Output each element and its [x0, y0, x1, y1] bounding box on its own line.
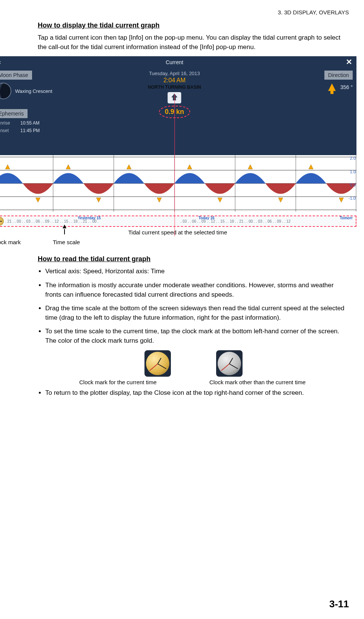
- svg-marker-22: [309, 165, 313, 169]
- tidal-graph[interactable]: 2.0 1.0 0.0 -1.0: [0, 155, 356, 216]
- svg-marker-12: [5, 165, 10, 169]
- note-accuracy: The information is mostly accurate under…: [45, 281, 349, 299]
- tidal-current-screenshot: ‹ Current ✕ Moon Phase Waxing Crescent E…: [0, 56, 356, 227]
- ytick-n1: -1.0: [349, 196, 356, 200]
- sunrise-value: 10:55 AM: [20, 120, 40, 126]
- section1-title: How to display the tidal current graph: [38, 22, 349, 29]
- moon-icon: [0, 83, 11, 99]
- note-close: To return to the plotter display, tap th…: [45, 388, 349, 398]
- ytick-2: 2.0: [350, 156, 356, 160]
- sunset-value: 11:45 PM: [20, 128, 40, 133]
- clock-mark-icon[interactable]: [0, 217, 4, 226]
- svg-marker-18: [187, 165, 192, 169]
- page-number: 3-11: [329, 598, 349, 610]
- svg-marker-16: [127, 165, 131, 169]
- svg-marker-21: [278, 198, 283, 202]
- svg-marker-14: [66, 165, 71, 169]
- callout-clock-mark: Clock mark: [0, 239, 21, 245]
- callout-time-scale: Time scale: [53, 239, 80, 245]
- time-scale[interactable]: . 21 . . 00 . . 03 . . 06 . . 09 . . 12 …: [0, 216, 356, 227]
- screen-title: Current: [166, 59, 183, 65]
- section1-para: Tap a tidal current icon then tap [Info]…: [38, 33, 349, 52]
- sunrise-label: Sunrise: [0, 120, 14, 126]
- close-icon[interactable]: ✕: [344, 58, 353, 67]
- time-selector-line: [174, 94, 175, 236]
- direction-tag: Direction: [324, 71, 353, 80]
- timeband-tomorrow: Tomorr: [340, 216, 353, 220]
- tidal-graph-svg: [0, 155, 356, 212]
- direction-arrow-icon: [328, 83, 336, 91]
- moon-phase-block: Moon Phase Waxing Crescent: [0, 71, 52, 99]
- note-clock: To set the time scale to the current tim…: [45, 327, 349, 345]
- direction-value: 356 °: [340, 84, 353, 90]
- ephemeris-tag: Ephemeris: [0, 109, 28, 118]
- selected-date: Tuesday, April 16, 2013: [148, 71, 201, 76]
- note-drag: Drag the time scale at the bottom of the…: [45, 304, 349, 322]
- clock-grey: [216, 350, 243, 377]
- ytick-0: 0.0: [350, 183, 356, 187]
- ytick-1: 1.0: [350, 169, 356, 174]
- svg-marker-13: [36, 198, 40, 202]
- sunset-label: Sunset: [0, 128, 14, 133]
- ephemeris-block: Ephemeris Sunrise10:55 AM Sunset11:45 PM: [0, 109, 40, 133]
- clock-gold: [144, 350, 171, 377]
- section2-title: How to read the tidal current graph: [38, 255, 349, 263]
- svg-marker-23: [339, 198, 344, 202]
- clock-gold-caption: Clock mark for the current time: [61, 379, 175, 385]
- chapter-header: 3. 3D DISPLAY, OVERLAYS: [15, 9, 349, 15]
- direction-block: Direction 356 °: [324, 71, 353, 91]
- svg-marker-17: [157, 198, 161, 202]
- location-name: NORTH TURNING BASIN: [148, 85, 201, 90]
- clock-examples: [38, 350, 349, 377]
- selected-time: 2:04 AM: [148, 77, 201, 84]
- timeband-today: Today 16: [198, 216, 215, 220]
- timeband-ticks-b: . 03 . . 06 . . 09 . . 12 . . 15 . . 18 …: [181, 219, 291, 223]
- callouts-row: Clock mark Time scale Tidal current spee…: [15, 229, 349, 245]
- screen-titlebar: ‹ Current ✕: [0, 56, 356, 68]
- svg-marker-20: [248, 165, 253, 169]
- svg-marker-15: [96, 198, 101, 202]
- callout-speed: Tidal current speed at the selected time: [128, 229, 227, 236]
- moon-phase-value: Waxing Crescent: [15, 88, 52, 94]
- clock-grey-caption: Clock mark other than the current time: [190, 379, 326, 385]
- note-axes: Vertical axis: Speed, Horizontal axis: T…: [45, 267, 349, 276]
- timeband-yesterday: Yesterday 15: [78, 216, 101, 220]
- moon-phase-tag: Moon Phase: [0, 71, 32, 80]
- back-icon[interactable]: ‹: [0, 58, 5, 67]
- svg-marker-19: [218, 198, 222, 202]
